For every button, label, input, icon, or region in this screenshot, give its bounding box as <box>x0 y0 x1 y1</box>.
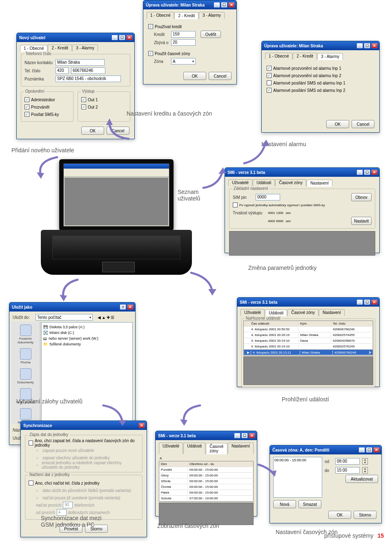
checkbox-icon[interactable]: ✓ <box>267 73 272 78</box>
close-icon[interactable]: ✕ <box>126 35 133 40</box>
minimize-icon[interactable]: _ <box>234 433 241 438</box>
input-to[interactable]: 15:00 <box>335 467 360 474</box>
tab-general[interactable]: 1 - Obecné <box>265 53 292 60</box>
help-icon[interactable]: ? <box>120 304 126 310</box>
select-location[interactable]: Tento počítač <box>36 314 93 320</box>
titlebar[interactable]: SMi - verze 3.1 beta_☐✕ <box>156 431 257 440</box>
tab-users[interactable]: Uživatelé <box>241 309 265 316</box>
close-icon[interactable]: ✕ <box>138 423 145 428</box>
radio-opt[interactable]: načíst pouze již uvedené (pomalá variant… <box>42 496 120 500</box>
checkbox-icon[interactable]: ✓ <box>148 24 153 29</box>
titlebar[interactable]: SMi - verze 3.1 beta_☐✕ <box>237 298 379 307</box>
close-icon[interactable]: ✕ <box>249 433 255 438</box>
close-icon[interactable]: ✕ <box>373 447 380 453</box>
ok-button[interactable]: OK <box>328 511 351 519</box>
tab-credit[interactable]: 2 - Kredit <box>293 53 317 60</box>
select-zone[interactable]: A <box>171 58 196 65</box>
cancel-button[interactable]: Cancel <box>352 120 374 128</box>
input-contact[interactable]: Milan Straka <box>56 59 105 66</box>
maximize-icon[interactable]: ☐ <box>221 2 227 8</box>
save-button[interactable]: Nastavit <box>351 217 372 225</box>
input-note[interactable]: SPZ 6B0 1545 - obchodník <box>56 76 121 82</box>
checkbox-icon[interactable]: ✓ <box>267 88 272 93</box>
input-tel-num[interactable]: 606766246 <box>71 67 105 74</box>
tab-alarms[interactable]: 3 - Alarmy <box>199 12 225 19</box>
minimize-icon[interactable]: _ <box>356 169 363 175</box>
update-button[interactable]: Aktualizovat <box>345 475 378 483</box>
tab-zones[interactable]: Časové zóny <box>275 179 306 186</box>
close-icon[interactable]: ✕ <box>371 169 378 175</box>
minimize-icon[interactable]: _ <box>214 2 220 8</box>
checkbox-icon[interactable] <box>267 80 272 85</box>
input-credit[interactable]: 159 <box>171 31 196 38</box>
tab-settings[interactable]: Nastavení <box>319 309 345 316</box>
close-icon[interactable]: ✕ <box>371 299 378 305</box>
ok-button[interactable]: OK <box>183 72 206 80</box>
radio-opt[interactable]: data uložit do původních řádků (pomalá v… <box>42 488 131 493</box>
tab-credit[interactable]: 2 - Kredit <box>174 12 198 19</box>
input-from[interactable]: 08:00 <box>335 458 360 465</box>
file-listing[interactable]: 💾Disketa 3,5 palce (A:) 💽Místní disk (C:… <box>43 324 131 347</box>
zones-grid[interactable]: DenOtevřeno od - do Pondělí09:00:00 - 15… <box>159 461 254 502</box>
tab-settings[interactable]: Nastavení <box>228 443 254 454</box>
tab-alarms[interactable]: 3 - Alarmy <box>72 45 98 51</box>
titlebar[interactable]: Úprava uživatele: Milan Straka _☐✕ <box>143 0 236 9</box>
cancel-button[interactable]: Cancel <box>107 127 129 135</box>
checkbox-icon[interactable]: ✓ <box>24 105 29 109</box>
checkbox-icon[interactable]: ✓ <box>81 97 86 102</box>
spinner-icon[interactable]: ▲▼ <box>362 467 368 474</box>
checkbox-icon[interactable]: ✓ <box>81 105 86 109</box>
place-desktop[interactable]: Plocha <box>16 348 36 364</box>
tab-users[interactable]: Uživatelé <box>159 443 183 454</box>
maximize-icon[interactable]: ☐ <box>366 447 372 453</box>
radio-opt[interactable]: zapsat pouze nové uživatele <box>42 448 94 453</box>
input-pin[interactable]: 0000 <box>256 194 280 200</box>
maximize-icon[interactable]: ☐ <box>364 169 370 175</box>
slot-list[interactable]: 09:00:00 - 15:00:00 <box>273 457 322 498</box>
tab-credit[interactable]: 2 - Kredit <box>48 45 72 51</box>
maximize-icon[interactable]: ☐ <box>364 43 370 49</box>
new-folder-icon[interactable]: ✚ <box>107 315 110 320</box>
refresh-button[interactable]: Obnov <box>351 193 372 201</box>
tab-general[interactable]: 1 - Obecné <box>20 45 47 52</box>
tab-zones[interactable]: Časové zóny <box>206 443 227 454</box>
up-icon[interactable]: ▲ <box>102 315 106 320</box>
place-recent[interactable]: Poslední dokumenty <box>16 325 36 344</box>
minimize-icon[interactable]: _ <box>356 299 363 305</box>
minimize-icon[interactable]: _ <box>359 447 365 453</box>
tab-users[interactable]: Uživatelé <box>228 179 252 186</box>
cancel-button[interactable]: Cancel <box>209 72 232 80</box>
maximize-icon[interactable]: ☐ <box>119 35 125 40</box>
radio-opt[interactable]: smazat jednotku a následně zapsat všechn… <box>42 461 139 470</box>
ok-button[interactable]: OK <box>81 127 104 135</box>
delete-button[interactable]: Smazat <box>298 500 321 508</box>
titlebar[interactable]: Uložit jako ?✕ <box>9 303 135 312</box>
checkbox-icon[interactable]: ✓ <box>267 66 272 71</box>
checkbox-icon[interactable] <box>29 481 33 485</box>
verify-button[interactable]: Ověřit <box>200 31 221 38</box>
tab-alarms[interactable]: 3 - Alarmy <box>317 53 343 60</box>
tab-events[interactable]: Události <box>253 179 275 186</box>
checkbox-icon[interactable]: ✓ <box>24 97 29 102</box>
titlebar[interactable]: Nový uživatel _ ☐ ✕ <box>17 33 134 42</box>
ok-button[interactable]: OK <box>326 120 349 128</box>
titlebar[interactable]: SMi - verze 3.1 beta _☐✕ <box>225 168 379 177</box>
titlebar[interactable]: Úprava uživatele: Milan Straka _☐✕ <box>262 41 379 50</box>
input-reset[interactable]: 20 <box>171 39 196 46</box>
views-icon[interactable]: ☰ <box>111 315 114 320</box>
tab-events[interactable]: Události <box>265 309 287 316</box>
checkbox-icon[interactable]: ✓ <box>148 51 153 56</box>
new-button[interactable]: Nová <box>273 500 296 508</box>
radio-opt[interactable]: zapsat všechny uživatele do jednotky <box>42 456 110 460</box>
back-icon[interactable]: ◀ <box>98 315 101 320</box>
minimize-icon[interactable]: _ <box>111 35 118 40</box>
events-grid[interactable]: Čas událostiKýmTel. číslo 4. listopadu 2… <box>243 320 373 356</box>
checkbox-icon[interactable]: ✓ <box>24 112 29 117</box>
close-icon[interactable]: ✕ <box>371 43 378 49</box>
place-docs[interactable]: Dokumenty <box>16 368 36 384</box>
tab-zones[interactable]: Časové zóny <box>287 309 318 316</box>
input-tel-cc[interactable]: 420 <box>56 67 69 74</box>
minimize-icon[interactable]: _ <box>356 43 363 49</box>
close-icon[interactable]: ✕ <box>127 304 134 310</box>
cancel-button[interactable]: Storno <box>354 511 376 519</box>
